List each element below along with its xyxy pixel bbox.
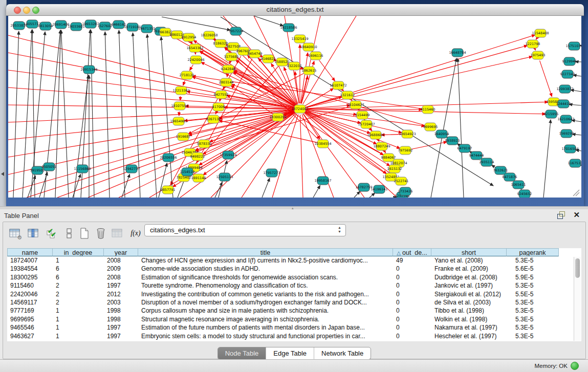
graph-node-label: 9146821 — [261, 57, 276, 61]
graph-edge[interactable] — [536, 38, 537, 39]
graph-edge[interactable] — [227, 75, 228, 77]
tab-edge-table[interactable]: Edge Table — [266, 347, 314, 359]
graph-edge[interactable] — [215, 182, 222, 198]
graph-edge[interactable] — [190, 64, 193, 70]
column-header-title[interactable]: title — [138, 248, 393, 256]
table-row[interactable]: 1872400712008Changes of HCN gene express… — [7, 256, 581, 265]
table-row[interactable]: 2242004622012Investigating the contribut… — [7, 290, 581, 298]
graph-edge[interactable] — [313, 186, 320, 198]
graph-node-label: 1615132 — [387, 167, 402, 171]
table-row[interactable]: 946554611997Estimation of the future num… — [7, 323, 581, 332]
table-row[interactable]: 1830029562008Estimation of significance … — [7, 273, 581, 281]
graph-edge[interactable] — [73, 174, 80, 198]
graph-edge[interactable] — [458, 58, 464, 198]
graph-edge[interactable] — [119, 30, 125, 198]
graph-edge[interactable] — [8, 35, 294, 107]
graph-edge[interactable] — [183, 80, 185, 85]
graph-node-label: 19218586 — [280, 26, 297, 30]
graph-edge[interactable] — [543, 120, 551, 198]
graph-edge[interactable] — [385, 151, 386, 152]
table-row[interactable]: 977716911998Corpus callosum shape and si… — [7, 307, 581, 315]
graph-node-label: 1244419 — [556, 102, 571, 106]
create-column-button[interactable] — [77, 225, 92, 242]
table-body: 1872400712008Changes of HCN gene express… — [7, 256, 581, 340]
graph-edge[interactable] — [61, 30, 69, 198]
graph-edge[interactable] — [342, 90, 344, 91]
show-columns-button[interactable] — [26, 225, 41, 242]
graph-edge[interactable] — [370, 128, 372, 130]
network-view-window[interactable]: citations_edges.txt 20533816140557178813… — [6, 4, 584, 206]
graph-edge[interactable] — [306, 46, 528, 107]
table-cell: 6 — [53, 265, 104, 273]
column-header-in-degree[interactable]: in_degree — [53, 248, 104, 256]
graph-node-label: 9242848 — [221, 67, 236, 71]
table-settings-button[interactable]: ⚙ — [7, 225, 23, 242]
graph-node-label: 20915346 — [80, 68, 97, 72]
graph-edge[interactable] — [201, 62, 295, 107]
column-header-pagerank[interactable]: pagerank — [507, 248, 559, 256]
graph-edge[interactable] — [301, 76, 308, 104]
graph-edge[interactable] — [220, 100, 220, 101]
graph-edge[interactable] — [569, 104, 581, 105]
table-cell: Dudbridge et al. (2008) — [431, 273, 507, 281]
graph-edge[interactable] — [179, 112, 180, 116]
network-canvas[interactable]: 2053381614055717881305420691406190336011… — [8, 16, 581, 198]
table-selector-dropdown[interactable]: citations_edges.txt ▲▼ — [144, 224, 346, 236]
graph-node-label: 9245652 — [517, 192, 532, 196]
graph-edge[interactable] — [491, 165, 495, 168]
graph-node-label: 8267130 — [206, 117, 221, 121]
select-all-button[interactable]: ✔ ✔ — [44, 225, 59, 242]
vertical-scrollbar[interactable] — [574, 257, 581, 341]
memory-status-indicator[interactable] — [571, 362, 579, 370]
table-selector-value: citations_edges.txt — [150, 226, 205, 234]
graph-edge[interactable] — [215, 112, 216, 114]
table-row[interactable]: 946362711997Embryonic stem cells: a mode… — [7, 332, 581, 340]
close-icon[interactable]: ✕ — [573, 210, 580, 220]
graph-node-label: 9129946 — [562, 59, 577, 63]
spinner-arrows-icon[interactable]: ▲▼ — [338, 226, 341, 234]
table-cell: 0 — [393, 298, 431, 307]
deselect-all-button[interactable] — [61, 225, 77, 242]
graph-edge[interactable] — [230, 62, 230, 64]
graph-edge[interactable] — [105, 32, 110, 198]
graph-edge[interactable] — [319, 60, 335, 81]
column-header-short[interactable]: short — [431, 248, 507, 256]
table-row[interactable]: 1938455462009Genome-wide association stu… — [7, 265, 581, 273]
graph-edge[interactable] — [161, 37, 173, 198]
delete-column-button[interactable] — [93, 225, 108, 242]
graph-edge[interactable] — [8, 110, 294, 157]
table-cell: 1 — [53, 315, 104, 323]
graph-edge[interactable] — [162, 17, 230, 30]
tab-network-table[interactable]: Network Table — [314, 347, 371, 359]
graph-node-label: 18724007 — [291, 107, 308, 111]
graph-edge[interactable] — [91, 30, 94, 198]
scrollbar-thumb[interactable] — [575, 258, 580, 278]
graph-edge[interactable] — [540, 60, 552, 96]
delete-table-button[interactable] — [110, 225, 125, 242]
table-cell: 0 — [393, 307, 431, 315]
table-row[interactable]: 1456911722003Disruption of a novel membe… — [7, 298, 581, 307]
graph-edge[interactable] — [262, 178, 270, 198]
float-window-icon[interactable] — [557, 211, 565, 219]
graph-edge[interactable] — [351, 99, 352, 100]
table-row[interactable]: 911546021997Tourette syndrome. Phenomeno… — [7, 281, 581, 290]
graph-edge[interactable] — [74, 75, 89, 198]
graph-edge[interactable] — [535, 49, 536, 50]
column-header-year[interactable]: year — [104, 248, 138, 256]
graph-node-label: 18107554 — [171, 104, 188, 108]
graph-edge[interactable] — [302, 114, 334, 198]
column-header-name[interactable]: name — [7, 248, 53, 256]
column-header-out-de-[interactable]: △out_de... — [393, 248, 431, 256]
table-row[interactable]: 969969511998Structural magnetic resonanc… — [7, 315, 581, 323]
graph-edge[interactable] — [39, 172, 48, 198]
graph-edge[interactable] — [354, 191, 360, 198]
graph-edge[interactable] — [28, 176, 35, 198]
tab-node-table[interactable]: Node Table — [218, 347, 267, 359]
function-builder-button[interactable]: f(x) — [128, 225, 143, 242]
network-window-titlebar[interactable]: citations_edges.txt — [6, 4, 584, 16]
splitter-collapse-arrow-icon[interactable] — [1, 172, 4, 176]
graph-edge[interactable] — [369, 193, 375, 198]
graph-edge[interactable] — [180, 96, 181, 100]
graph-node-label: 1154519 — [180, 170, 195, 174]
graph-edge[interactable] — [300, 115, 303, 198]
